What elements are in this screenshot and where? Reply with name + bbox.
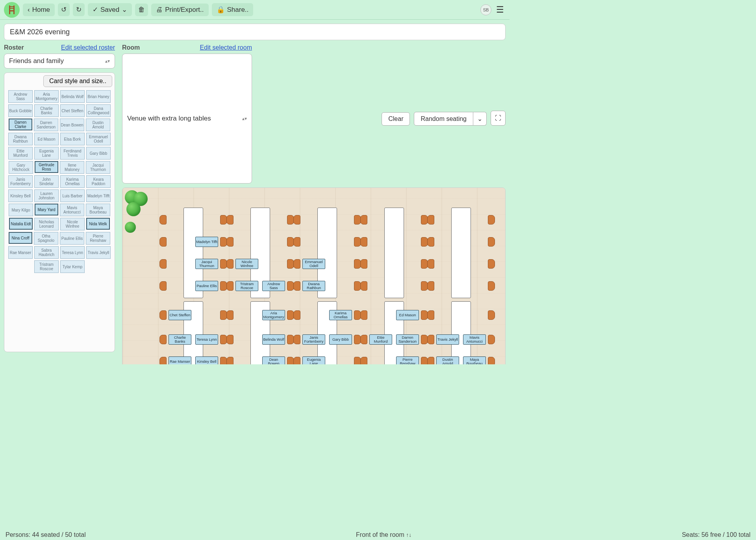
roster-person-card[interactable]: Brian Haney <box>86 90 111 103</box>
seat-card[interactable]: Mavis Antonucci <box>463 334 486 345</box>
roster-person-card[interactable]: Dwana Rathbun <box>8 133 33 145</box>
roster-person-card[interactable]: Sabra Haubrich <box>34 246 59 259</box>
roster-person-card[interactable]: Ilene Maloney <box>60 161 84 174</box>
edit-roster-link[interactable]: Edit selected roster <box>61 44 115 51</box>
chair[interactable] <box>158 238 169 246</box>
roster-person-card[interactable]: Lauren Johnston <box>34 189 59 202</box>
roster-person-card[interactable]: Kinsley Bell <box>8 189 33 202</box>
roster-person-card[interactable]: Dustin Arnold <box>86 119 110 131</box>
seat-card[interactable]: Nicole Winfree <box>235 259 258 269</box>
roster-person-card[interactable]: Aria Montgomery <box>34 90 59 103</box>
roster-person-card[interactable]: Nicole Winfree <box>60 218 85 230</box>
chair[interactable] <box>358 335 369 344</box>
seat-card[interactable]: Janis Fortenberry <box>302 334 325 345</box>
menu-button[interactable]: ☰ <box>495 5 506 15</box>
chair[interactable] <box>291 238 302 246</box>
roster-person-card[interactable]: Ed Mason <box>34 133 59 145</box>
chair[interactable] <box>291 335 302 344</box>
seat-card[interactable]: Ed Mason <box>396 310 419 320</box>
room-canvas[interactable]: Madelyn TifftJacqui ThurmonPauline Ellis… <box>122 187 506 364</box>
roster-person-card[interactable]: Luis Barber <box>60 189 85 202</box>
chair[interactable] <box>291 215 302 224</box>
random-seating-button[interactable]: Random seating <box>414 112 473 126</box>
roster-person-card[interactable]: Teresa Lynn <box>60 246 85 259</box>
seat-card[interactable]: Pierre Renshaw <box>396 356 419 364</box>
seat-card[interactable]: Gary Bibb <box>329 334 352 345</box>
chair[interactable] <box>291 311 302 319</box>
seat-card[interactable]: Ettie Munford <box>369 334 392 345</box>
roster-person-card[interactable]: Elsa Bork <box>60 133 85 145</box>
roster-person-card[interactable]: Dean Bowen <box>60 119 84 131</box>
undo-button[interactable]: ↺ <box>58 3 70 16</box>
delete-button[interactable]: 🗑 <box>135 4 148 16</box>
share-button[interactable]: 🔒 Share.. <box>212 3 254 16</box>
chair[interactable] <box>291 260 302 268</box>
roster-person-card[interactable]: Tylar Kemp <box>60 260 85 273</box>
chair[interactable] <box>358 311 369 319</box>
chair[interactable] <box>358 260 369 268</box>
roster-person-card[interactable]: Rae Manser <box>8 246 33 259</box>
roster-person-card[interactable]: Pierre Renshaw <box>86 232 110 245</box>
chair[interactable] <box>486 260 497 268</box>
roster-person-card[interactable]: Travis Jekyll <box>86 246 111 259</box>
seat-card[interactable]: Eugenia Lane <box>302 356 325 364</box>
roster-person-card[interactable]: Ettie Munford <box>8 147 33 160</box>
chair[interactable] <box>224 282 235 290</box>
clear-button[interactable]: Clear <box>382 112 410 126</box>
user-avatar[interactable]: SB <box>480 4 491 15</box>
roster-person-card[interactable]: Gary Hitchcock <box>9 161 33 174</box>
chair[interactable] <box>158 260 169 268</box>
roster-person-card[interactable]: Buck Gobble <box>8 104 33 117</box>
chair[interactable] <box>158 311 169 319</box>
roster-person-card[interactable]: Mary Kilgo <box>9 204 33 216</box>
chair[interactable] <box>158 282 169 290</box>
seat-card[interactable]: Jacqui Thurmon <box>195 259 218 269</box>
app-logo[interactable] <box>4 2 20 18</box>
plan-title-input[interactable] <box>4 24 506 40</box>
roster-person-card[interactable]: Darren Clarke <box>9 119 32 130</box>
roster-select[interactable]: Friends and family ▴▾ <box>4 54 115 69</box>
seat-card[interactable]: Andrew Sass <box>262 281 285 291</box>
chair[interactable] <box>425 311 436 319</box>
fullscreen-button[interactable]: ⛶ <box>491 111 506 126</box>
roster-person-card[interactable]: Belinda Wolf <box>60 90 85 103</box>
roster-person-card[interactable]: Karima Ornellas <box>60 175 85 188</box>
chair[interactable] <box>358 238 369 246</box>
roster-person-card[interactable]: Charlie Banks <box>34 104 59 117</box>
card-style-button[interactable]: Card style and size.. <box>43 75 112 87</box>
roster-person-card[interactable]: Keara Paddon <box>86 175 111 188</box>
roster-person-card[interactable]: Mavis Antonucci <box>60 204 84 216</box>
roster-person-card[interactable]: Nida Welk <box>86 218 110 230</box>
chair[interactable] <box>224 335 235 344</box>
chair[interactable] <box>486 238 497 246</box>
seat-card[interactable]: Pauline Ellis <box>195 281 218 291</box>
chair[interactable] <box>425 357 436 364</box>
saved-status-button[interactable]: ✓ Saved ⌄ <box>88 3 132 16</box>
roster-person-card[interactable]: Natalia Eidt <box>9 218 33 230</box>
seat-card[interactable]: Karima Ornellas <box>329 310 352 320</box>
chair[interactable] <box>425 215 436 224</box>
roster-person-card[interactable]: Pauline Ellis <box>60 232 84 245</box>
redo-button[interactable]: ↻ <box>73 3 85 16</box>
chair[interactable] <box>425 282 436 290</box>
seat-card[interactable]: Teresa Lynn <box>195 334 218 345</box>
roster-person-card[interactable]: Dana Collingwood <box>86 104 111 117</box>
seat-card[interactable]: Kinsley Bell <box>195 356 218 364</box>
seat-card[interactable]: Travis Jekyll <box>436 334 459 345</box>
seat-card[interactable]: Maya Bourbeau <box>463 356 486 364</box>
roster-person-card[interactable]: Eugenia Lane <box>34 147 59 160</box>
chair[interactable] <box>425 260 436 268</box>
chair[interactable] <box>425 238 436 246</box>
chair[interactable] <box>224 311 235 319</box>
roster-person-card[interactable]: Darren Sanderson <box>34 119 58 131</box>
random-seating-dropdown[interactable]: ⌄ <box>473 112 487 126</box>
home-button[interactable]: ‹ Home <box>23 4 55 16</box>
chair[interactable] <box>486 335 497 344</box>
seat-card[interactable]: Chet Steffen <box>169 310 191 320</box>
seat-card[interactable]: Dwana Rathbun <box>302 281 325 291</box>
roster-person-card[interactable]: Janis Fortenberry <box>8 175 33 188</box>
roster-person-card[interactable]: Gary Bibb <box>86 147 111 160</box>
seat-card[interactable]: Belinda Wolf <box>262 334 285 345</box>
seat-card[interactable]: Charlie Banks <box>169 334 191 345</box>
seat-card[interactable]: Tristram Roscoe <box>235 281 258 291</box>
